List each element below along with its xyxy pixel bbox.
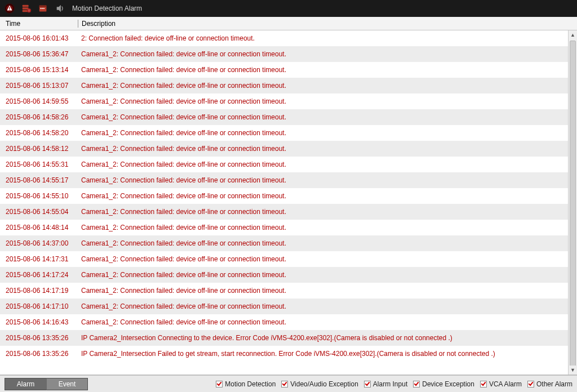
table-rows: 2015-08-06 16:01:432: Connection failed:…	[0, 30, 568, 375]
checkbox-box	[480, 381, 487, 387]
row-time: 2015-08-06 14:58:20	[0, 129, 78, 137]
checkbox-box	[527, 381, 534, 387]
table-row[interactable]: 2015-08-06 14:16:43Camera1_2: Connection…	[0, 314, 568, 330]
scroll-down-button[interactable]: ▼	[569, 366, 577, 375]
row-time: 2015-08-06 16:01:43	[0, 34, 78, 42]
row-time: 2015-08-06 14:58:26	[0, 113, 78, 121]
svg-rect-13	[42, 8, 43, 9]
alert-icon[interactable]	[5, 3, 15, 14]
table-row[interactable]: 2015-08-06 14:58:20Camera1_2: Connection…	[0, 125, 568, 141]
check-icon	[481, 381, 486, 386]
table-row[interactable]: 2015-08-06 14:48:14Camera1_2: Connection…	[0, 220, 568, 235]
table-row[interactable]: 2015-08-06 14:55:10Camera1_2: Connection…	[0, 188, 568, 204]
table-row[interactable]: 2015-08-06 14:37:00Camera1_2: Connection…	[0, 235, 568, 251]
topbar-title: Motion Detection Alarm	[72, 5, 142, 12]
calendar-icon[interactable]	[38, 3, 48, 14]
table-row[interactable]: 2015-08-06 15:36:47Camera1_2: Connection…	[0, 46, 568, 62]
server-alert-icon[interactable]: !	[21, 3, 32, 14]
row-description: 2: Connection failed: device off-line or…	[78, 34, 568, 42]
row-description: Camera1_2: Connection failed: device off…	[78, 50, 568, 58]
row-description: Camera1_2: Connection failed: device off…	[78, 66, 568, 74]
row-description: Camera1_2: Connection failed: device off…	[78, 318, 568, 326]
table-row[interactable]: 2015-08-06 14:55:17Camera1_2: Connection…	[0, 172, 568, 188]
table-row[interactable]: 2015-08-06 15:13:07Camera1_2: Connection…	[0, 78, 568, 93]
filter-checkbox[interactable]: Video/Audio Exception	[281, 380, 358, 388]
table-row[interactable]: 2015-08-06 14:17:31Camera1_2: Connection…	[0, 251, 568, 267]
col-header-time[interactable]: Time	[0, 20, 78, 28]
chevron-up-icon: ▲	[570, 32, 575, 38]
chevron-down-icon: ▼	[570, 367, 575, 373]
row-time: 2015-08-06 14:59:55	[0, 97, 78, 105]
checkbox-box	[281, 381, 288, 387]
row-description: Camera1_2: Connection failed: device off…	[78, 271, 568, 279]
checkbox-box	[413, 381, 420, 387]
check-icon	[217, 381, 222, 386]
row-description: Camera1_2: Connection failed: device off…	[78, 176, 568, 184]
row-time: 2015-08-06 15:13:14	[0, 66, 78, 74]
table-row[interactable]: 2015-08-06 14:17:10Camera1_2: Connection…	[0, 299, 568, 314]
filter-checkbox[interactable]: VCA Alarm	[480, 380, 522, 388]
event-button[interactable]: Event	[46, 378, 88, 390]
table-row[interactable]: 2015-08-06 13:35:26IP Camera2_Intersecti…	[0, 346, 568, 362]
row-time: 2015-08-06 14:17:19	[0, 287, 78, 295]
topbar: ! Motion Detection Alarm	[0, 0, 577, 17]
table-row[interactable]: 2015-08-06 14:17:24Camera1_2: Connection…	[0, 267, 568, 283]
filter-checkbox[interactable]: Device Exception	[413, 380, 474, 388]
table-row[interactable]: 2015-08-06 14:59:55Camera1_2: Connection…	[0, 93, 568, 109]
filter-checkbox[interactable]: Motion Detection	[216, 380, 276, 388]
row-description: Camera1_2: Connection failed: device off…	[78, 192, 568, 200]
row-description: Camera1_2: Connection failed: device off…	[78, 208, 568, 216]
row-description: Camera1_2: Connection failed: device off…	[78, 302, 568, 310]
row-time: 2015-08-06 14:55:04	[0, 208, 78, 216]
checkbox-box	[216, 381, 223, 387]
svg-rect-4	[9, 10, 10, 10]
table-row[interactable]: 2015-08-06 14:58:12Camera1_2: Connection…	[0, 141, 568, 157]
col-separator[interactable]	[78, 20, 78, 28]
row-time: 2015-08-06 14:17:10	[0, 302, 78, 310]
svg-rect-11	[39, 6, 47, 7]
col-header-description[interactable]: Description	[82, 20, 577, 28]
table-row[interactable]: 2015-08-06 16:01:432: Connection failed:…	[0, 30, 568, 46]
filter-label: Device Exception	[422, 380, 474, 388]
svg-marker-15	[57, 5, 61, 12]
row-description: Camera1_2: Connection failed: device off…	[78, 239, 568, 247]
table-row[interactable]: 2015-08-06 14:55:04Camera1_2: Connection…	[0, 204, 568, 220]
row-time: 2015-08-06 15:36:47	[0, 50, 78, 58]
row-time: 2015-08-06 14:37:00	[0, 239, 78, 247]
scrollbar[interactable]: ▲ ▼	[568, 30, 577, 375]
alarm-button[interactable]: Alarm	[5, 378, 46, 390]
sound-icon[interactable]	[55, 3, 65, 14]
row-description: Camera1_2: Connection failed: device off…	[78, 145, 568, 153]
filter-checkbox[interactable]: Alarm Input	[364, 380, 407, 388]
row-time: 2015-08-06 13:35:26	[0, 334, 78, 342]
row-description: Camera1_2: Connection failed: device off…	[78, 161, 568, 168]
app-root: ! Motion Detection Alarm Time Descriptio…	[0, 0, 577, 392]
svg-rect-5	[23, 5, 29, 7]
row-time: 2015-08-06 14:17:31	[0, 255, 78, 263]
filter-label: Alarm Input	[373, 380, 407, 388]
table-row[interactable]: 2015-08-06 14:55:31Camera1_2: Connection…	[0, 157, 568, 172]
table-row[interactable]: 2015-08-06 13:35:26IP Camera2_Intersecti…	[0, 330, 568, 346]
scroll-up-button[interactable]: ▲	[569, 30, 577, 39]
row-description: IP Camera2_Intersection Connecting to th…	[78, 334, 568, 342]
row-description: Camera1_2: Connection failed: device off…	[78, 224, 568, 231]
check-icon	[365, 381, 370, 386]
row-time: 2015-08-06 14:55:17	[0, 176, 78, 184]
table-row[interactable]: 2015-08-06 14:17:19Camera1_2: Connection…	[0, 283, 568, 299]
row-time: 2015-08-06 14:55:31	[0, 161, 78, 168]
row-description: Camera1_2: Connection failed: device off…	[78, 97, 568, 105]
svg-rect-14	[43, 8, 45, 9]
svg-rect-12	[41, 8, 42, 9]
scroll-thumb[interactable]	[570, 41, 576, 367]
row-time: 2015-08-06 15:13:07	[0, 82, 78, 90]
row-time: 2015-08-06 14:16:43	[0, 318, 78, 326]
svg-text:!: !	[29, 9, 30, 12]
check-icon	[528, 381, 533, 386]
row-description: Camera1_2: Connection failed: device off…	[78, 113, 568, 121]
table-row[interactable]: 2015-08-06 15:13:14Camera1_2: Connection…	[0, 62, 568, 78]
check-icon	[414, 381, 419, 386]
row-time: 2015-08-06 14:17:24	[0, 271, 78, 279]
filter-checkbox[interactable]: Other Alarm	[527, 380, 572, 388]
table-row[interactable]: 2015-08-06 14:58:26Camera1_2: Connection…	[0, 109, 568, 125]
row-time: 2015-08-06 13:35:26	[0, 350, 78, 358]
